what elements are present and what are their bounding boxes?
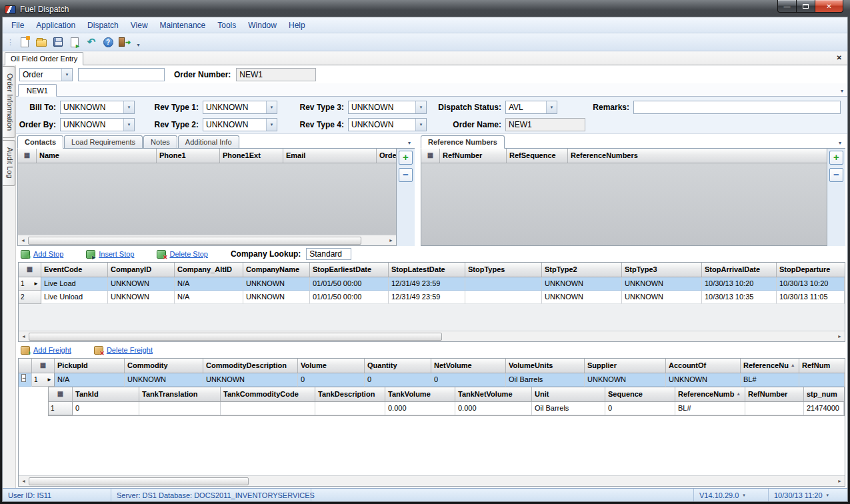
scroll-right-icon[interactable]: ► <box>386 238 396 243</box>
tab-notes[interactable]: Notes <box>143 135 177 148</box>
toolbar-overflow-button[interactable]: ▾ <box>134 35 143 49</box>
undo-button[interactable]: ↶ <box>84 35 99 49</box>
menu-dispatch[interactable]: Dispatch <box>81 18 125 33</box>
header-cell[interactable]: StopArrivalDate <box>702 263 777 277</box>
header-cell[interactable]: StpType2 <box>542 263 622 277</box>
header-cell[interactable]: Unit <box>532 387 605 401</box>
header-cell[interactable]: Orde <box>377 149 396 163</box>
tab-load-requirements[interactable]: Load Requirements <box>64 135 143 148</box>
tank-row-1[interactable]: 1 0 0.000 0.000 Oil Barrels 0 BL# <box>49 402 844 415</box>
header-cell[interactable]: EventCode <box>41 263 108 277</box>
remove-reference-button[interactable]: − <box>829 168 843 182</box>
add-stop-link[interactable]: + Add Stop <box>21 250 63 259</box>
stops-grid-empty[interactable] <box>19 304 845 331</box>
help-button[interactable]: ? <box>101 35 115 49</box>
menu-maintenance[interactable]: Maintenance <box>154 18 212 33</box>
delete-freight-link[interactable]: ✕ Delete Freight <box>94 346 153 355</box>
header-cell[interactable]: CommodityDescription <box>203 359 298 373</box>
rev-type1-select[interactable]: UNKNOWN▼ <box>203 101 277 114</box>
header-cell[interactable]: TankCommodityCode <box>221 387 315 401</box>
exit-button[interactable]: ➜ <box>117 35 132 49</box>
header-cell[interactable]: ReferenceNu▲ <box>741 359 799 373</box>
header-cell[interactable]: Name <box>37 149 157 163</box>
company-lookup-field[interactable]: Standard <box>306 248 351 260</box>
close-tab-icon[interactable]: ✕ <box>837 54 842 61</box>
stop-row-1[interactable]: 1► Live Load UNKNOWN N/A UNKNOWN 01/01/5… <box>19 277 845 291</box>
rev-type3-select[interactable]: UNKNOWN▼ <box>348 101 427 114</box>
header-cell[interactable]: TankNetVolume <box>455 387 532 401</box>
freight-grid-empty[interactable] <box>19 416 845 475</box>
scroll-thumb[interactable] <box>29 333 442 341</box>
header-cell[interactable]: StopEarliestDate <box>310 263 389 277</box>
rev-type2-select[interactable]: UNKNOWN▼ <box>203 118 277 131</box>
close-button[interactable]: ✕ <box>815 0 843 13</box>
menu-view[interactable]: View <box>125 18 154 33</box>
dispatch-status-select[interactable]: AVL▼ <box>505 101 557 114</box>
menu-application[interactable]: Application <box>30 18 81 33</box>
menu-window[interactable]: Window <box>242 18 283 33</box>
header-cell[interactable]: Sequence <box>605 387 675 401</box>
delete-stop-link[interactable]: ✕ Delete Stop <box>157 250 207 259</box>
header-cell[interactable]: RefNumber <box>745 387 804 401</box>
header-cell[interactable]: VolumeUnits <box>506 359 585 373</box>
insert-stop-link[interactable]: ► Insert Stop <box>86 250 134 259</box>
reference-grid-body[interactable] <box>421 163 827 245</box>
header-cell[interactable]: Phone1Ext <box>220 149 283 163</box>
collapse-row-icon[interactable]: − <box>21 374 26 382</box>
remarks-input[interactable] <box>633 101 841 114</box>
header-cell[interactable]: TankDescription <box>315 387 385 401</box>
side-tab-order-information[interactable]: Order Information <box>3 66 15 138</box>
maximize-button[interactable] <box>797 0 815 13</box>
save-button[interactable] <box>51 35 65 49</box>
scroll-thumb[interactable] <box>29 477 249 485</box>
header-cell[interactable]: Commodity <box>125 359 203 373</box>
grid-selector-icon[interactable]: ▦ <box>421 149 440 163</box>
tab-contacts[interactable]: Contacts <box>17 135 63 149</box>
menu-tools[interactable]: Tools <box>211 18 242 33</box>
scroll-left-icon[interactable]: ◄ <box>19 479 29 483</box>
header-cell[interactable]: TankId <box>73 387 139 401</box>
add-reference-button[interactable]: + <box>829 151 843 165</box>
new-order-button[interactable] <box>17 35 32 49</box>
freight-hscrollbar[interactable]: ◄ ► <box>19 475 845 486</box>
datetime-dropdown-icon[interactable]: ▾ <box>827 493 829 498</box>
order-name-field[interactable]: NEW1 <box>505 118 585 131</box>
header-cell[interactable]: StopDeparture <box>777 263 845 277</box>
lookup-search-input[interactable] <box>78 68 165 81</box>
minimize-button[interactable]: — <box>777 0 797 13</box>
side-tab-audit-log[interactable]: Audit Log <box>3 140 15 185</box>
header-cell[interactable]: ReferenceNumbers <box>568 149 827 163</box>
header-cell[interactable]: NetVolume <box>431 359 506 373</box>
menu-help[interactable]: Help <box>283 18 311 33</box>
header-cell[interactable]: CompanyName <box>243 263 310 277</box>
header-cell[interactable]: StopTypes <box>465 263 542 277</box>
header-cell[interactable]: RefNum <box>799 359 845 373</box>
order-tabs-dropdown-icon[interactable]: ▾ <box>841 88 843 94</box>
grid-selector-icon[interactable]: ▦ <box>49 387 73 401</box>
contacts-hscrollbar[interactable]: ◄ ► <box>18 235 396 245</box>
scroll-left-icon[interactable]: ◄ <box>18 238 28 243</box>
header-cell[interactable]: stp_num <box>804 387 844 401</box>
header-cell[interactable]: TankTranslation <box>139 387 221 401</box>
header-cell[interactable]: StopLatestDate <box>389 263 465 277</box>
rev-type4-select[interactable]: UNKNOWN▼ <box>348 118 427 131</box>
stops-hscrollbar[interactable]: ◄ ► <box>19 331 845 341</box>
header-cell[interactable]: Quantity <box>365 359 431 373</box>
lookup-type-select[interactable]: Order ▼ <box>19 68 73 81</box>
tab-additional-info[interactable]: Additional Info <box>178 135 239 148</box>
header-cell[interactable]: TankVolume <box>385 387 455 401</box>
header-cell[interactable]: Phone1 <box>157 149 220 163</box>
contacts-tabs-dropdown-icon[interactable]: ▾ <box>408 140 411 146</box>
header-cell[interactable]: PickupId <box>55 359 125 373</box>
remove-contact-button[interactable]: − <box>399 168 413 182</box>
stop-row-2[interactable]: 2 Live Unload UNKNOWN N/A UNKNOWN 01/01/… <box>19 291 845 304</box>
header-cell[interactable]: Supplier <box>585 359 666 373</box>
header-cell[interactable]: Volume <box>298 359 365 373</box>
scroll-left-icon[interactable]: ◄ <box>19 334 29 339</box>
open-button[interactable] <box>34 35 49 49</box>
grid-selector-icon[interactable]: ▦ <box>18 149 37 163</box>
header-cell[interactable]: Company_AltID <box>175 263 243 277</box>
tab-new1[interactable]: NEW1 <box>18 84 57 97</box>
freight-row-1[interactable]: − 1► N/A UNKNOWN UNKNOWN 0 0 0 Oil Barre… <box>19 373 845 387</box>
version-dropdown-icon[interactable]: ▾ <box>743 493 745 498</box>
